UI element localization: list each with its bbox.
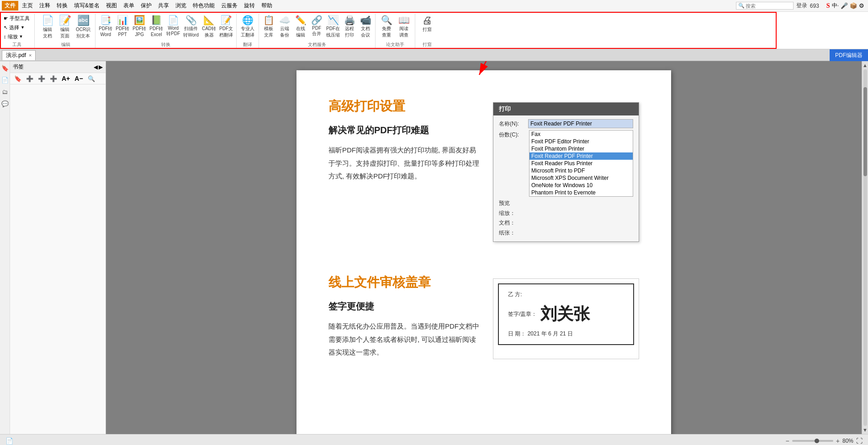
panel-icon-bookmark[interactable]: 🔖 [1,64,9,72]
menu-browse[interactable]: 浏览 [173,1,189,10]
menu-cloud[interactable]: 云服务 [218,1,240,10]
v-scroll-down-btn[interactable]: ▼ [862,427,868,433]
print-option-ms-pdf[interactable]: Microsoft Print to PDF [529,167,633,174]
doc-meeting-btn[interactable]: 📹 文档会议 [358,14,373,39]
doc-service-group-label: 文档服务 [308,42,326,48]
print-doc-label: 文档： [499,218,515,228]
menu-special[interactable]: 特色功能 [190,1,217,10]
pdf-to-jpg-btn[interactable]: 🖼️ PDF转JPG [131,14,148,38]
pro-translate-btn[interactable]: 🌐 专业人工翻译 [238,14,257,39]
sidebar-tb-icon4[interactable]: ➕ [48,75,58,83]
sogou-box-icon[interactable]: 📦 [850,2,857,9]
sidebar-tb-icon6[interactable]: A− [73,74,84,83]
select-icon: ↖ [4,25,8,31]
print-option-ms-xps[interactable]: Microsoft XPS Document Writer [529,174,633,182]
search-box[interactable]: 🔍 [736,2,794,10]
print-option-foxit-plus[interactable]: Foxit Reader Plus Printer [529,160,633,167]
remote-print-btn[interactable]: 🖨️ 远程打印 [342,14,357,39]
menu-form[interactable]: 表单 [121,1,137,10]
word-to-pdf-btn[interactable]: 📄 Word转PDF [165,14,181,38]
close-tab-btn[interactable]: × [29,52,32,58]
edit-page-btn[interactable]: 📝 编辑页面 [57,14,73,40]
cad-convert-btn[interactable]: 📐 CAD转换器 [201,14,217,39]
print-option-phantom-evernote[interactable]: Phantom Print to Evernote [529,189,633,196]
menu-file[interactable]: 文件 [2,1,18,10]
menu-convert[interactable]: 转换 [54,1,70,10]
pdf-to-excel-icon: 📗 [151,15,162,26]
pdf-editor-btn[interactable]: PDF编辑器 [830,49,868,61]
sidebar-tb-search-icon[interactable]: 🔍 [86,75,96,83]
online-edit-btn[interactable]: ✏️ 在线编辑 [293,14,308,39]
pdf-translate-btn[interactable]: 📝 PDF文档翻译 [218,14,234,39]
pdf-viewer-area: 高级打印设置 解决常见的PDF打印难题 福昕PDF阅读器拥有强大的打印功能, 界… [106,61,862,434]
pdf-translate-label: PDF文档翻译 [219,26,233,38]
word-to-pdf-label: Word转PDF [166,26,180,37]
menu-protect[interactable]: 保护 [138,1,154,10]
pdf-to-word-label: PDF转Word [99,26,112,37]
menu-share[interactable]: 共享 [155,1,172,10]
zoom-minus-btn[interactable]: − [786,437,789,445]
menu-home[interactable]: 主页 [19,1,36,10]
sogou-logo: S [826,2,830,10]
print-option-foxit-reader[interactable]: Foxit Reader PDF Printer [529,152,633,160]
sidebar-tb-icon5[interactable]: A+ [60,74,71,83]
pdf-to-ppt-btn[interactable]: 📊 PDF转PPT [114,14,131,38]
panel-icon-comment[interactable]: 💬 [1,99,9,108]
pdf-merge-btn[interactable]: 🔗 PDF合并 [309,14,324,38]
print-option-onenote[interactable]: OneNote for Windows 10 [529,182,633,189]
hand-tool-btn[interactable]: ☛ 手型工具 [2,14,32,23]
sogou-mic-icon[interactable]: 🎤 [841,2,848,9]
menu-view[interactable]: 视图 [103,1,120,10]
sidebar-collapse-icon[interactable]: ▶ [99,64,103,70]
print-option-fax[interactable]: Fax [529,131,633,138]
panel-icon-layer[interactable]: 🗂 [1,88,9,96]
sidebar-tb-icon3[interactable]: ➕ [37,75,47,83]
hand-icon: ☛ [4,16,8,21]
pdf-page: 高级打印设置 解决常见的PDF打印难题 福昕PDF阅读器拥有强大的打印功能, 界… [296,70,671,434]
print-option-foxit-phantom[interactable]: Foxit Phantom Printer [529,145,633,152]
section1-title: 高级打印设置 [328,98,479,115]
edit-group-label: 编辑 [61,42,70,48]
v-scrollbar[interactable]: ▲ ▼ [862,61,868,434]
select-btn[interactable]: ↖ 选择 ▼ [2,23,32,32]
pdf-to-jpg-icon: 🖼️ [134,15,145,26]
reading-survey-btn[interactable]: 📖 阅读调查 [396,14,412,39]
pdf-compress-btn[interactable]: 📉 PDF在线压缩 [325,14,341,39]
print-option-foxit-editor[interactable]: Foxit PDF Editor Printer [529,138,633,145]
login-btn[interactable]: 登录 [796,2,807,10]
sidebar-expand-icon[interactable]: ◀ [94,64,98,70]
zoom-plus-btn[interactable]: + [836,437,840,445]
seal-name: 刘关张 [540,303,590,325]
edit-doc-btn[interactable]: 📄 编辑文档 [39,14,56,40]
v-scroll-up-btn[interactable]: ▲ [862,62,868,68]
sogou-gear-icon[interactable]: ⚙ [859,2,864,9]
seal-party-label: 乙 方: [508,291,624,298]
menu-fill-sign[interactable]: 填写&签名 [71,1,102,10]
ocr-btn[interactable]: 🔤 OCR识别文本 [74,14,92,40]
menu-annotate[interactable]: 注释 [37,1,53,10]
ocr-label: OCR识别文本 [76,26,90,39]
print-btn[interactable]: 🖨 打窟 [418,14,436,34]
sidebar-tb-icon1[interactable]: 🔖 [13,75,23,83]
menu-rotate[interactable]: 旋转 [241,1,258,10]
cloud-backup-btn[interactable]: ☁️ 云端备份 [277,14,292,39]
print-list-area: 份数(C): Fax Foxit PDF Editor Printer Foxi… [499,130,633,197]
zoom-btn[interactable]: ↕ 缩放 ▼ [2,32,32,41]
sidebar-tb-icon2[interactable]: ➕ [25,75,35,83]
print-group-label: 打窟 [423,42,432,48]
print-dialog-title: 打印 [493,103,639,115]
pdf-to-word-btn[interactable]: 📑 PDF转Word [97,14,114,38]
plagiarism-label: 免费查重 [382,26,391,38]
template-lib-btn[interactable]: 📋 模板文库 [261,14,276,39]
scan-to-word-btn[interactable]: 📎 扫描件转Word [182,14,200,39]
sogou-mode[interactable]: 中· [832,2,839,10]
fullscreen-icon[interactable]: ⛶ [856,437,863,445]
plagiarism-check-btn[interactable]: 🔍 免费查重 [378,14,395,39]
zoom-slider-track[interactable] [792,440,833,442]
panel-icon-page[interactable]: 📄 [1,76,9,84]
doc-tab[interactable]: 演示.pdf × [2,50,36,60]
dropdown-arrow-icon: ▼ [21,25,25,30]
menu-help[interactable]: 帮助 [259,1,275,10]
pdf-to-excel-btn[interactable]: 📗 PDF转Excel [148,14,164,38]
search-input[interactable] [746,3,791,9]
